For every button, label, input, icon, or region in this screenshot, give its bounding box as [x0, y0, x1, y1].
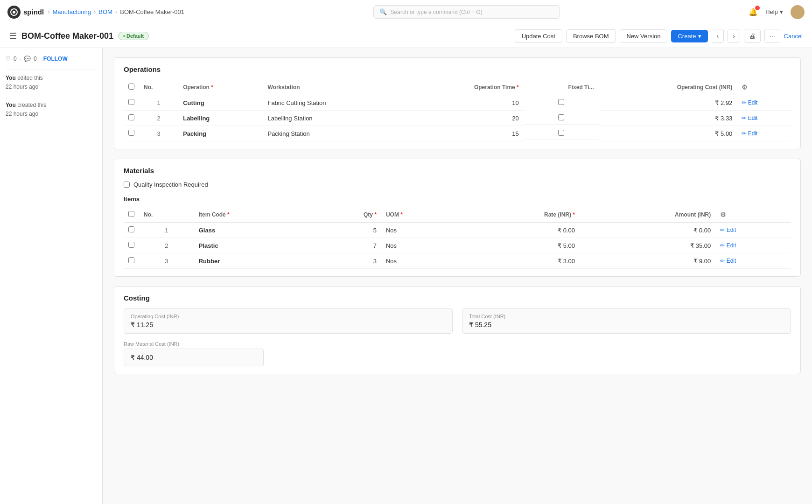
browse-bom-button[interactable]: Browse BOM — [566, 29, 616, 43]
ops-row-operation: Packing — [178, 126, 263, 141]
ops-col-cost: Operating Cost (INR) — [599, 80, 737, 95]
history-action-2: created this — [17, 102, 46, 108]
mat-select-all[interactable] — [128, 211, 134, 217]
breadcrumb-manufacturing[interactable]: Manufacturing — [53, 8, 91, 15]
subheader-actions: Update Cost Browse BOM New Version Creat… — [515, 29, 803, 43]
help-chevron-icon: ▾ — [780, 8, 783, 15]
ops-select-all[interactable] — [128, 84, 134, 90]
ops-row-operation: Labelling — [178, 111, 263, 126]
mat-row-rate: ₹ 3.00 — [460, 253, 580, 269]
ops-settings-icon[interactable]: ⚙ — [742, 84, 748, 91]
more-options-button[interactable]: ··· — [764, 29, 780, 43]
search-area: 🔍 Search or type a command (Ctrl + G) — [373, 5, 560, 19]
print-button[interactable]: 🖨 — [744, 29, 761, 43]
mat-edit-link[interactable]: ✏ Edit — [720, 258, 786, 264]
history-actor-2: You — [6, 102, 16, 108]
ops-row-checkbox[interactable] — [128, 114, 134, 120]
ops-optime-required: * — [517, 84, 519, 91]
ops-row-no: 3 — [139, 126, 178, 141]
ops-row-fixedtime-checkbox[interactable] — [558, 114, 564, 120]
cancel-button[interactable]: Cancel — [784, 33, 803, 40]
ops-row-optime: 10 — [408, 95, 524, 111]
ops-row-checkbox[interactable] — [128, 130, 134, 136]
ops-row-edit: ✏ Edit — [737, 111, 791, 126]
logo[interactable]: spindl — [7, 6, 44, 19]
mat-row-checkbox[interactable] — [128, 257, 134, 263]
materials-table-row: 3 Rubber 3 Nos ₹ 3.00 ₹ 9.00 ✏ Edit — [124, 253, 791, 269]
mat-row-amount: ₹ 0.00 — [580, 223, 715, 238]
total-cost-field: Total Cost (INR) ₹ 55.25 — [462, 308, 791, 334]
breadcrumb: › Manufacturing › BOM › BOM-Coffee Maker… — [48, 8, 184, 15]
update-cost-button[interactable]: Update Cost — [515, 29, 562, 43]
materials-table-header: No. Item Code * Qty * UOM * — [124, 207, 791, 223]
ops-row-edit: ✏ Edit — [737, 95, 791, 111]
mat-row-uom: Nos — [381, 253, 460, 269]
create-button[interactable]: Create ▾ — [671, 30, 707, 42]
ops-row-operation: Cutting — [178, 95, 263, 111]
mat-col-gear: ⚙ — [715, 207, 791, 223]
ops-row-workstation: Packing Station — [263, 126, 407, 141]
breadcrumb-sep-2: › — [94, 8, 96, 15]
ops-edit-link[interactable]: ✏ Edit — [742, 115, 786, 121]
mat-row-edit: ✏ Edit — [715, 238, 791, 253]
breadcrumb-sep-1: › — [48, 8, 49, 15]
operating-cost-value: ₹ 11.25 — [131, 321, 446, 329]
default-badge: • Default — [118, 32, 149, 40]
ops-edit-link[interactable]: ✏ Edit — [742, 130, 786, 137]
new-version-button[interactable]: New Version — [620, 29, 668, 43]
quality-inspection-checkbox[interactable] — [124, 182, 130, 188]
operations-table-header: No. Operation * Workstation Operation Ti… — [124, 80, 791, 95]
total-cost-label: Total Cost (INR) — [469, 314, 784, 319]
ops-row-fixedtime-checkbox[interactable] — [558, 130, 564, 136]
ops-col-no: No. — [139, 80, 178, 95]
mat-col-item-code: Item Code * — [194, 207, 314, 223]
follow-area: ♡ 0 · 💬 0 FOLLOW — [6, 56, 97, 62]
breadcrumb-sep-3: › — [115, 8, 117, 15]
user-avatar[interactable] — [791, 5, 805, 19]
nav-next-button[interactable]: › — [728, 29, 740, 43]
main-layout: ♡ 0 · 💬 0 FOLLOW You edited this 22 hour… — [0, 48, 812, 504]
ops-row-check — [124, 95, 139, 111]
history-action-1: edited this — [17, 75, 43, 81]
mat-edit-link[interactable]: ✏ Edit — [720, 227, 786, 233]
nav-right: 🔔 Help ▾ — [749, 5, 805, 19]
notification-button[interactable]: 🔔 — [749, 7, 758, 16]
ops-row-fixedtime — [524, 126, 599, 140]
mat-row-checkbox[interactable] — [128, 226, 134, 232]
search-box[interactable]: 🔍 Search or type a command (Ctrl + G) — [373, 5, 560, 19]
ops-row-edit: ✏ Edit — [737, 126, 791, 141]
likes-count: 0 — [14, 56, 17, 62]
mat-edit-link[interactable]: ✏ Edit — [720, 242, 786, 249]
mat-row-checkbox[interactable] — [128, 242, 134, 248]
ops-row-fixedtime — [524, 111, 599, 125]
top-navigation: spindl › Manufacturing › BOM › BOM-Coffe… — [0, 0, 812, 24]
quality-inspection-label: Quality Inspection Required — [133, 181, 208, 188]
subheader-left: ☰ BOM-Coffee Maker-001 • Default — [9, 31, 149, 41]
ops-row-no: 1 — [139, 95, 178, 111]
ops-row-fixedtime-checkbox[interactable] — [558, 99, 564, 105]
costing-title: Costing — [124, 294, 791, 302]
follow-button[interactable]: FOLLOW — [43, 56, 68, 62]
mat-row-qty: 7 — [314, 238, 381, 253]
mat-row-amount: ₹ 35.00 — [580, 238, 715, 253]
mat-settings-icon[interactable]: ⚙ — [720, 211, 726, 218]
mat-row-check — [124, 238, 139, 253]
ops-row-checkbox[interactable] — [128, 99, 134, 105]
ops-row-cost: ₹ 5.00 — [599, 126, 737, 141]
operations-table-body: 1 Cutting Fabric Cutting Station 10 ₹ 2.… — [124, 95, 791, 141]
operations-table-row: 2 Labelling Labelling Station 20 ₹ 3.33 … — [124, 111, 791, 126]
nav-prev-button[interactable]: ‹ — [712, 29, 724, 43]
ops-row-cost: ₹ 2.92 — [599, 95, 737, 111]
sidebar-history: You edited this 22 hours ago You created… — [6, 74, 97, 119]
breadcrumb-bom[interactable]: BOM — [98, 8, 112, 15]
history-time-2: 22 hours ago — [6, 111, 38, 117]
mat-row-rate: ₹ 0.00 — [460, 223, 580, 238]
ops-col-operation: Operation * — [178, 80, 263, 95]
mat-col-amount: Amount (INR) — [580, 207, 715, 223]
ops-edit-link[interactable]: ✏ Edit — [742, 99, 786, 106]
ops-row-cost: ₹ 3.33 — [599, 111, 737, 126]
help-button[interactable]: Help ▾ — [765, 8, 783, 15]
mat-row-edit: ✏ Edit — [715, 253, 791, 269]
hamburger-icon[interactable]: ☰ — [9, 31, 17, 41]
mat-row-edit: ✏ Edit — [715, 223, 791, 238]
